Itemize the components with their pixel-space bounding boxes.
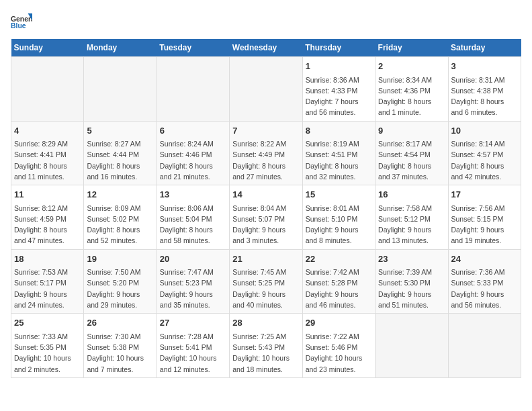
calendar-cell: 22Sunrise: 7:42 AM Sunset: 5:28 PM Dayli…: [302, 249, 375, 314]
weekday-header-row: SundayMondayTuesdayWednesdayThursdayFrid…: [11, 39, 521, 57]
day-number: 2: [378, 60, 445, 73]
calendar-cell: 23Sunrise: 7:39 AM Sunset: 5:30 PM Dayli…: [375, 249, 448, 314]
day-info: Sunrise: 8:06 AM Sunset: 5:04 PM Dayligh…: [160, 203, 226, 246]
day-number: 10: [451, 124, 518, 138]
calendar-week-row: 11Sunrise: 8:12 AM Sunset: 4:59 PM Dayli…: [11, 185, 521, 250]
day-info: Sunrise: 7:50 AM Sunset: 5:20 PM Dayligh…: [87, 267, 153, 310]
calendar-cell: 28Sunrise: 7:25 AM Sunset: 5:43 PM Dayli…: [230, 314, 302, 378]
weekday-header-wednesday: Wednesday: [230, 39, 302, 57]
day-info: Sunrise: 8:01 AM Sunset: 5:10 PM Dayligh…: [306, 203, 372, 246]
calendar-cell: [375, 314, 448, 378]
calendar-week-row: 18Sunrise: 7:53 AM Sunset: 5:17 PM Dayli…: [11, 249, 521, 314]
calendar-cell: 11Sunrise: 8:12 AM Sunset: 4:59 PM Dayli…: [11, 185, 84, 250]
day-info: Sunrise: 8:24 AM Sunset: 4:46 PM Dayligh…: [160, 138, 226, 182]
day-number: 19: [87, 253, 153, 266]
day-info: Sunrise: 8:31 AM Sunset: 4:38 PM Dayligh…: [451, 75, 518, 118]
calendar-cell: [84, 57, 157, 122]
day-info: Sunrise: 7:56 AM Sunset: 5:15 PM Dayligh…: [451, 203, 518, 246]
calendar-cell: 21Sunrise: 7:45 AM Sunset: 5:25 PM Dayli…: [230, 249, 302, 314]
day-info: Sunrise: 8:22 AM Sunset: 4:49 PM Dayligh…: [232, 138, 299, 182]
day-number: 27: [160, 316, 226, 330]
calendar-cell: 8Sunrise: 8:19 AM Sunset: 4:51 PM Daylig…: [302, 121, 375, 185]
day-info: Sunrise: 7:47 AM Sunset: 5:23 PM Dayligh…: [160, 267, 226, 310]
calendar-cell: 18Sunrise: 7:53 AM Sunset: 5:17 PM Dayli…: [11, 249, 84, 314]
weekday-header-monday: Monday: [84, 39, 157, 57]
day-number: 25: [14, 316, 81, 330]
day-info: Sunrise: 8:12 AM Sunset: 4:59 PM Dayligh…: [14, 203, 81, 246]
day-info: Sunrise: 8:19 AM Sunset: 4:51 PM Dayligh…: [306, 138, 372, 182]
day-info: Sunrise: 8:29 AM Sunset: 4:41 PM Dayligh…: [14, 138, 81, 182]
day-number: 17: [451, 188, 518, 201]
day-info: Sunrise: 8:09 AM Sunset: 5:02 PM Dayligh…: [87, 203, 153, 246]
day-info: Sunrise: 7:33 AM Sunset: 5:35 PM Dayligh…: [14, 331, 81, 375]
calendar-cell: 29Sunrise: 7:22 AM Sunset: 5:46 PM Dayli…: [302, 314, 375, 378]
weekday-header-tuesday: Tuesday: [157, 39, 229, 57]
day-info: Sunrise: 7:42 AM Sunset: 5:28 PM Dayligh…: [306, 267, 372, 310]
calendar-cell: 13Sunrise: 8:06 AM Sunset: 5:04 PM Dayli…: [157, 185, 229, 250]
day-number: 3: [451, 60, 518, 73]
calendar-cell: 5Sunrise: 8:27 AM Sunset: 4:44 PM Daylig…: [84, 121, 157, 185]
day-info: Sunrise: 8:17 AM Sunset: 4:54 PM Dayligh…: [378, 138, 445, 182]
day-info: Sunrise: 8:27 AM Sunset: 4:44 PM Dayligh…: [87, 138, 153, 182]
day-info: Sunrise: 7:30 AM Sunset: 5:38 PM Dayligh…: [87, 331, 153, 375]
calendar-cell: 20Sunrise: 7:47 AM Sunset: 5:23 PM Dayli…: [157, 249, 229, 314]
day-number: 21: [232, 253, 299, 266]
calendar-week-row: 1Sunrise: 8:36 AM Sunset: 4:33 PM Daylig…: [11, 57, 521, 122]
day-info: Sunrise: 7:53 AM Sunset: 5:17 PM Dayligh…: [14, 267, 81, 310]
day-number: 12: [87, 188, 153, 201]
day-number: 20: [160, 253, 226, 266]
calendar-cell: [230, 57, 302, 122]
day-number: 13: [160, 188, 226, 201]
calendar-cell: 7Sunrise: 8:22 AM Sunset: 4:49 PM Daylig…: [230, 121, 302, 185]
day-number: 4: [14, 124, 81, 138]
weekday-header-saturday: Saturday: [448, 39, 521, 57]
day-number: 9: [378, 124, 445, 138]
calendar-cell: 25Sunrise: 7:33 AM Sunset: 5:35 PM Dayli…: [11, 314, 84, 378]
calendar-cell: [11, 57, 84, 122]
day-info: Sunrise: 8:14 AM Sunset: 4:57 PM Dayligh…: [451, 138, 518, 182]
calendar-week-row: 25Sunrise: 7:33 AM Sunset: 5:35 PM Dayli…: [11, 314, 521, 378]
day-number: 28: [232, 316, 299, 330]
calendar-cell: 15Sunrise: 8:01 AM Sunset: 5:10 PM Dayli…: [302, 185, 375, 250]
calendar-cell: [448, 314, 521, 378]
day-info: Sunrise: 7:58 AM Sunset: 5:12 PM Dayligh…: [378, 203, 445, 246]
day-info: Sunrise: 7:22 AM Sunset: 5:46 PM Dayligh…: [306, 331, 372, 375]
logo-icon: General Blue: [11, 11, 32, 32]
day-number: 5: [87, 124, 153, 138]
calendar-cell: 4Sunrise: 8:29 AM Sunset: 4:41 PM Daylig…: [11, 121, 84, 185]
day-info: Sunrise: 7:28 AM Sunset: 5:41 PM Dayligh…: [160, 331, 226, 375]
calendar-cell: 16Sunrise: 7:58 AM Sunset: 5:12 PM Dayli…: [375, 185, 448, 250]
day-number: 26: [87, 316, 153, 330]
calendar-cell: 1Sunrise: 8:36 AM Sunset: 4:33 PM Daylig…: [302, 57, 375, 122]
calendar-cell: [157, 57, 229, 122]
day-number: 1: [306, 60, 372, 73]
calendar-table: SundayMondayTuesdayWednesdayThursdayFrid…: [11, 39, 521, 378]
day-info: Sunrise: 7:39 AM Sunset: 5:30 PM Dayligh…: [378, 267, 445, 310]
calendar-cell: 2Sunrise: 8:34 AM Sunset: 4:36 PM Daylig…: [375, 57, 448, 122]
svg-text:Blue: Blue: [11, 22, 26, 30]
calendar-cell: 26Sunrise: 7:30 AM Sunset: 5:38 PM Dayli…: [84, 314, 157, 378]
day-info: Sunrise: 7:25 AM Sunset: 5:43 PM Dayligh…: [232, 331, 299, 375]
day-number: 22: [306, 253, 372, 266]
calendar-cell: 14Sunrise: 8:04 AM Sunset: 5:07 PM Dayli…: [230, 185, 302, 250]
day-info: Sunrise: 8:04 AM Sunset: 5:07 PM Dayligh…: [232, 203, 299, 246]
day-number: 7: [232, 124, 299, 138]
weekday-header-friday: Friday: [375, 39, 448, 57]
day-number: 15: [306, 188, 372, 201]
weekday-header-sunday: Sunday: [11, 39, 84, 57]
calendar-cell: 9Sunrise: 8:17 AM Sunset: 4:54 PM Daylig…: [375, 121, 448, 185]
day-number: 14: [232, 188, 299, 201]
calendar-week-row: 4Sunrise: 8:29 AM Sunset: 4:41 PM Daylig…: [11, 121, 521, 185]
day-number: 23: [378, 253, 445, 266]
calendar-cell: 10Sunrise: 8:14 AM Sunset: 4:57 PM Dayli…: [448, 121, 521, 185]
weekday-header-thursday: Thursday: [302, 39, 375, 57]
calendar-cell: 19Sunrise: 7:50 AM Sunset: 5:20 PM Dayli…: [84, 249, 157, 314]
calendar-cell: 24Sunrise: 7:36 AM Sunset: 5:33 PM Dayli…: [448, 249, 521, 314]
day-number: 11: [14, 188, 81, 201]
day-info: Sunrise: 7:45 AM Sunset: 5:25 PM Dayligh…: [232, 267, 299, 310]
day-info: Sunrise: 8:36 AM Sunset: 4:33 PM Dayligh…: [306, 75, 372, 118]
day-info: Sunrise: 7:36 AM Sunset: 5:33 PM Dayligh…: [451, 267, 518, 310]
calendar-cell: 3Sunrise: 8:31 AM Sunset: 4:38 PM Daylig…: [448, 57, 521, 122]
day-number: 16: [378, 188, 445, 201]
day-number: 6: [160, 124, 226, 138]
